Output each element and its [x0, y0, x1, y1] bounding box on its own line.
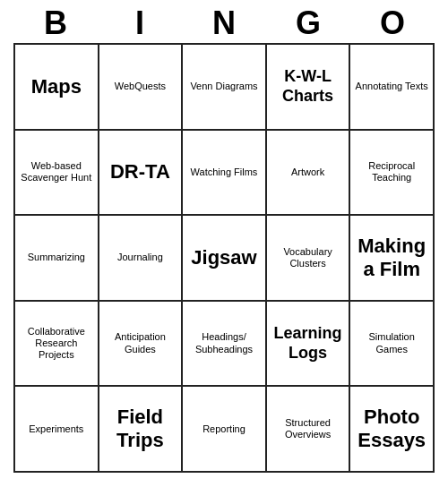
bingo-cell: Making a Film	[350, 216, 435, 302]
bingo-cell: Web-based Scavenger Hunt	[15, 131, 99, 217]
bingo-cell: WebQuests	[99, 45, 184, 131]
bingo-letter: G	[266, 7, 350, 39]
bingo-cell: Vocabulary Clusters	[267, 216, 351, 302]
bingo-letter: N	[182, 7, 266, 39]
bingo-letter: B	[13, 7, 98, 39]
bingo-cell: Photo Essays	[350, 387, 435, 473]
bingo-cell: Simulation Games	[350, 302, 435, 388]
bingo-cell: Reporting	[183, 387, 267, 473]
bingo-cell: Watching Films	[183, 131, 267, 217]
bingo-cell: Experiments	[15, 387, 99, 473]
bingo-grid: MapsWebQuestsVenn DiagramsK-W-L ChartsAn…	[13, 43, 435, 473]
bingo-cell: Annotating Texts	[350, 45, 435, 131]
bingo-cell: Collaborative Research Projects	[15, 302, 99, 388]
bingo-cell: Venn Diagrams	[183, 45, 267, 131]
bingo-cell: Artwork	[267, 131, 351, 217]
bingo-cell: Reciprocal Teaching	[350, 131, 435, 217]
bingo-cell: Structured Overviews	[267, 387, 351, 473]
bingo-letter: I	[98, 7, 182, 39]
bingo-cell: Jigsaw	[183, 216, 267, 302]
bingo-cell: Maps	[15, 45, 99, 131]
bingo-cell: Summarizing	[15, 216, 99, 302]
bingo-cell: Headings/ Subheadings	[183, 302, 267, 388]
bingo-cell: DR-TA	[99, 131, 184, 217]
bingo-cell: Learning Logs	[267, 302, 351, 388]
bingo-letter: O	[350, 7, 435, 39]
bingo-cell: Journaling	[99, 216, 184, 302]
bingo-cell: Field Trips	[99, 387, 184, 473]
bingo-cell: K-W-L Charts	[267, 45, 351, 131]
bingo-cell: Anticipation Guides	[99, 302, 184, 388]
bingo-header: BINGO	[13, 7, 435, 39]
